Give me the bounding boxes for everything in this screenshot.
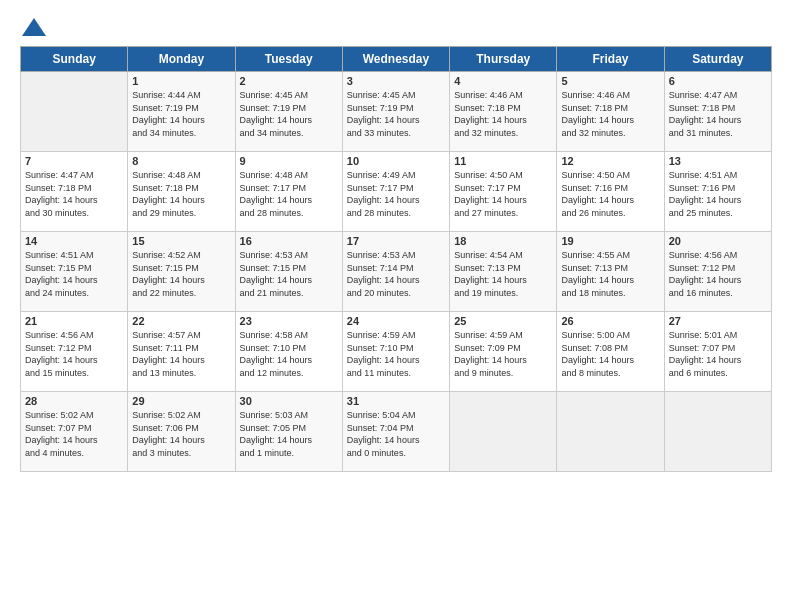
day-info: Sunrise: 5:00 AM Sunset: 7:08 PM Dayligh…: [561, 329, 659, 379]
day-info: Sunrise: 4:49 AM Sunset: 7:17 PM Dayligh…: [347, 169, 445, 219]
calendar-cell: 16Sunrise: 4:53 AM Sunset: 7:15 PM Dayli…: [235, 232, 342, 312]
week-row-3: 14Sunrise: 4:51 AM Sunset: 7:15 PM Dayli…: [21, 232, 772, 312]
day-number: 16: [240, 235, 338, 247]
calendar-cell: 28Sunrise: 5:02 AM Sunset: 7:07 PM Dayli…: [21, 392, 128, 472]
week-row-5: 28Sunrise: 5:02 AM Sunset: 7:07 PM Dayli…: [21, 392, 772, 472]
week-row-1: 1Sunrise: 4:44 AM Sunset: 7:19 PM Daylig…: [21, 72, 772, 152]
day-info: Sunrise: 4:51 AM Sunset: 7:16 PM Dayligh…: [669, 169, 767, 219]
weekday-saturday: Saturday: [664, 47, 771, 72]
day-info: Sunrise: 4:53 AM Sunset: 7:14 PM Dayligh…: [347, 249, 445, 299]
day-number: 15: [132, 235, 230, 247]
day-info: Sunrise: 4:45 AM Sunset: 7:19 PM Dayligh…: [347, 89, 445, 139]
calendar-cell: 8Sunrise: 4:48 AM Sunset: 7:18 PM Daylig…: [128, 152, 235, 232]
weekday-header-row: SundayMondayTuesdayWednesdayThursdayFrid…: [21, 47, 772, 72]
logo-icon: [22, 18, 46, 36]
day-number: 23: [240, 315, 338, 327]
calendar-cell: 27Sunrise: 5:01 AM Sunset: 7:07 PM Dayli…: [664, 312, 771, 392]
day-number: 11: [454, 155, 552, 167]
weekday-tuesday: Tuesday: [235, 47, 342, 72]
day-info: Sunrise: 4:46 AM Sunset: 7:18 PM Dayligh…: [561, 89, 659, 139]
day-info: Sunrise: 4:50 AM Sunset: 7:17 PM Dayligh…: [454, 169, 552, 219]
calendar-cell: 22Sunrise: 4:57 AM Sunset: 7:11 PM Dayli…: [128, 312, 235, 392]
calendar-cell: 19Sunrise: 4:55 AM Sunset: 7:13 PM Dayli…: [557, 232, 664, 312]
day-number: 19: [561, 235, 659, 247]
day-number: 25: [454, 315, 552, 327]
day-number: 4: [454, 75, 552, 87]
day-number: 1: [132, 75, 230, 87]
day-info: Sunrise: 5:02 AM Sunset: 7:07 PM Dayligh…: [25, 409, 123, 459]
day-info: Sunrise: 4:48 AM Sunset: 7:17 PM Dayligh…: [240, 169, 338, 219]
day-info: Sunrise: 4:51 AM Sunset: 7:15 PM Dayligh…: [25, 249, 123, 299]
logo: [20, 18, 46, 36]
calendar-cell: 20Sunrise: 4:56 AM Sunset: 7:12 PM Dayli…: [664, 232, 771, 312]
calendar-cell: 29Sunrise: 5:02 AM Sunset: 7:06 PM Dayli…: [128, 392, 235, 472]
calendar-cell: 26Sunrise: 5:00 AM Sunset: 7:08 PM Dayli…: [557, 312, 664, 392]
day-number: 29: [132, 395, 230, 407]
calendar-cell: 17Sunrise: 4:53 AM Sunset: 7:14 PM Dayli…: [342, 232, 449, 312]
calendar-cell: 6Sunrise: 4:47 AM Sunset: 7:18 PM Daylig…: [664, 72, 771, 152]
calendar-cell: [450, 392, 557, 472]
day-info: Sunrise: 4:50 AM Sunset: 7:16 PM Dayligh…: [561, 169, 659, 219]
calendar-cell: 13Sunrise: 4:51 AM Sunset: 7:16 PM Dayli…: [664, 152, 771, 232]
day-info: Sunrise: 4:47 AM Sunset: 7:18 PM Dayligh…: [25, 169, 123, 219]
calendar-cell: 30Sunrise: 5:03 AM Sunset: 7:05 PM Dayli…: [235, 392, 342, 472]
day-number: 10: [347, 155, 445, 167]
day-number: 14: [25, 235, 123, 247]
calendar-cell: 10Sunrise: 4:49 AM Sunset: 7:17 PM Dayli…: [342, 152, 449, 232]
day-number: 26: [561, 315, 659, 327]
day-number: 30: [240, 395, 338, 407]
day-info: Sunrise: 4:58 AM Sunset: 7:10 PM Dayligh…: [240, 329, 338, 379]
day-info: Sunrise: 4:52 AM Sunset: 7:15 PM Dayligh…: [132, 249, 230, 299]
day-number: 22: [132, 315, 230, 327]
page: SundayMondayTuesdayWednesdayThursdayFrid…: [0, 0, 792, 612]
day-info: Sunrise: 4:47 AM Sunset: 7:18 PM Dayligh…: [669, 89, 767, 139]
calendar-cell: 5Sunrise: 4:46 AM Sunset: 7:18 PM Daylig…: [557, 72, 664, 152]
day-number: 7: [25, 155, 123, 167]
day-number: 20: [669, 235, 767, 247]
svg-marker-0: [22, 18, 46, 36]
day-number: 31: [347, 395, 445, 407]
day-number: 24: [347, 315, 445, 327]
calendar: SundayMondayTuesdayWednesdayThursdayFrid…: [20, 46, 772, 472]
calendar-cell: 25Sunrise: 4:59 AM Sunset: 7:09 PM Dayli…: [450, 312, 557, 392]
day-info: Sunrise: 5:03 AM Sunset: 7:05 PM Dayligh…: [240, 409, 338, 459]
day-number: 9: [240, 155, 338, 167]
day-info: Sunrise: 5:04 AM Sunset: 7:04 PM Dayligh…: [347, 409, 445, 459]
weekday-monday: Monday: [128, 47, 235, 72]
calendar-cell: 1Sunrise: 4:44 AM Sunset: 7:19 PM Daylig…: [128, 72, 235, 152]
day-number: 12: [561, 155, 659, 167]
calendar-cell: 3Sunrise: 4:45 AM Sunset: 7:19 PM Daylig…: [342, 72, 449, 152]
day-number: 2: [240, 75, 338, 87]
calendar-cell: [557, 392, 664, 472]
calendar-cell: 24Sunrise: 4:59 AM Sunset: 7:10 PM Dayli…: [342, 312, 449, 392]
day-number: 8: [132, 155, 230, 167]
calendar-cell: 15Sunrise: 4:52 AM Sunset: 7:15 PM Dayli…: [128, 232, 235, 312]
calendar-cell: 14Sunrise: 4:51 AM Sunset: 7:15 PM Dayli…: [21, 232, 128, 312]
day-info: Sunrise: 4:48 AM Sunset: 7:18 PM Dayligh…: [132, 169, 230, 219]
calendar-cell: 12Sunrise: 4:50 AM Sunset: 7:16 PM Dayli…: [557, 152, 664, 232]
day-info: Sunrise: 4:59 AM Sunset: 7:10 PM Dayligh…: [347, 329, 445, 379]
day-info: Sunrise: 4:57 AM Sunset: 7:11 PM Dayligh…: [132, 329, 230, 379]
weekday-sunday: Sunday: [21, 47, 128, 72]
day-info: Sunrise: 4:46 AM Sunset: 7:18 PM Dayligh…: [454, 89, 552, 139]
calendar-cell: 31Sunrise: 5:04 AM Sunset: 7:04 PM Dayli…: [342, 392, 449, 472]
day-number: 3: [347, 75, 445, 87]
week-row-2: 7Sunrise: 4:47 AM Sunset: 7:18 PM Daylig…: [21, 152, 772, 232]
calendar-cell: 21Sunrise: 4:56 AM Sunset: 7:12 PM Dayli…: [21, 312, 128, 392]
calendar-cell: [21, 72, 128, 152]
day-info: Sunrise: 4:45 AM Sunset: 7:19 PM Dayligh…: [240, 89, 338, 139]
weekday-wednesday: Wednesday: [342, 47, 449, 72]
day-info: Sunrise: 5:02 AM Sunset: 7:06 PM Dayligh…: [132, 409, 230, 459]
day-number: 21: [25, 315, 123, 327]
calendar-cell: 9Sunrise: 4:48 AM Sunset: 7:17 PM Daylig…: [235, 152, 342, 232]
day-info: Sunrise: 4:55 AM Sunset: 7:13 PM Dayligh…: [561, 249, 659, 299]
day-number: 13: [669, 155, 767, 167]
day-info: Sunrise: 4:56 AM Sunset: 7:12 PM Dayligh…: [669, 249, 767, 299]
calendar-cell: 7Sunrise: 4:47 AM Sunset: 7:18 PM Daylig…: [21, 152, 128, 232]
calendar-cell: 23Sunrise: 4:58 AM Sunset: 7:10 PM Dayli…: [235, 312, 342, 392]
day-number: 28: [25, 395, 123, 407]
day-info: Sunrise: 4:53 AM Sunset: 7:15 PM Dayligh…: [240, 249, 338, 299]
calendar-cell: 2Sunrise: 4:45 AM Sunset: 7:19 PM Daylig…: [235, 72, 342, 152]
weekday-thursday: Thursday: [450, 47, 557, 72]
day-info: Sunrise: 4:56 AM Sunset: 7:12 PM Dayligh…: [25, 329, 123, 379]
